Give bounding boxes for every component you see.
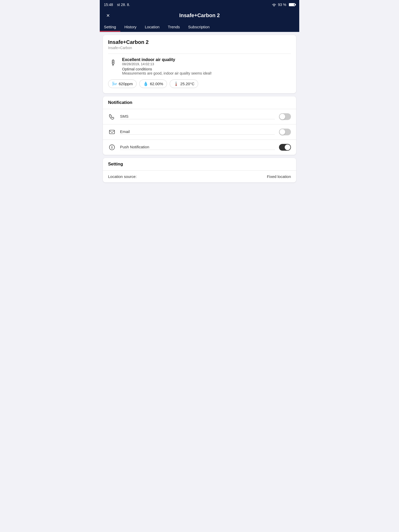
header-title: Insafe+Carbon 2 bbox=[179, 12, 220, 18]
push-notification-label: Push Notification bbox=[120, 145, 275, 150]
co2-icon: 🌬️ bbox=[112, 81, 117, 86]
status-time-date: 15:48 st 28. 8. bbox=[104, 3, 130, 7]
push-toggle[interactable] bbox=[279, 144, 291, 151]
email-toggle[interactable] bbox=[279, 129, 291, 135]
status-time: 15:48 bbox=[104, 3, 113, 7]
humidity-value: 62.00% bbox=[150, 82, 163, 86]
tab-setting[interactable]: Setting bbox=[100, 22, 120, 32]
email-icon bbox=[108, 128, 116, 136]
notification-list: SMS Email bbox=[103, 109, 296, 155]
tab-history[interactable]: History bbox=[120, 22, 141, 32]
status-condition: Optimal conditions bbox=[122, 67, 212, 71]
temperature-value: 25.20°C bbox=[180, 82, 194, 86]
status-description: Measurements are good, indoor air qualit… bbox=[122, 71, 212, 75]
signal-icon bbox=[272, 3, 276, 6]
status-row: Excellent indoor air quality 08/28/2019,… bbox=[108, 57, 291, 75]
temperature-icon: 🌡️ bbox=[174, 81, 179, 86]
tab-trends[interactable]: Trends bbox=[164, 22, 184, 32]
sms-toggle[interactable] bbox=[279, 113, 291, 120]
metric-temperature: 🌡️ 25.20°C bbox=[170, 79, 198, 88]
metric-co2: 🌬️ 620ppm bbox=[108, 79, 137, 88]
svg-rect-3 bbox=[109, 130, 115, 134]
push-notification-item: Push Notification bbox=[103, 140, 296, 155]
setting-header: Setting bbox=[103, 158, 296, 171]
close-button[interactable]: × bbox=[104, 11, 112, 20]
status-title: Excellent indoor air quality bbox=[122, 57, 212, 62]
co2-value: 620ppm bbox=[119, 82, 133, 86]
status-bar: 15:48 st 28. 8. 93 % bbox=[100, 0, 299, 9]
phone-icon bbox=[108, 113, 116, 121]
sms-notification-item: SMS bbox=[103, 109, 296, 124]
battery-percent: 93 % bbox=[278, 3, 286, 7]
location-source-row: Location source: Fixed location bbox=[103, 171, 296, 182]
metric-humidity: 💧 62.00% bbox=[139, 79, 167, 88]
notification-card: Notification SMS bbox=[103, 96, 296, 155]
sms-label: SMS bbox=[120, 114, 275, 119]
status-time-stamp: 08/28/2019, 14:02:13 bbox=[122, 62, 212, 66]
device-model: Insafe+Carbon bbox=[108, 46, 291, 50]
email-notification-item: Email bbox=[103, 124, 296, 140]
content-area: Insafe+Carbon 2 Insafe+Carbon Excellent … bbox=[100, 32, 299, 185]
status-right: 93 % bbox=[272, 3, 295, 7]
status-info: Excellent indoor air quality 08/28/2019,… bbox=[122, 57, 212, 75]
svg-point-6 bbox=[112, 146, 112, 146]
location-source-value: Fixed location bbox=[267, 174, 291, 179]
info-icon bbox=[108, 143, 116, 151]
device-info-card: Insafe+Carbon 2 Insafe+Carbon Excellent … bbox=[103, 35, 296, 93]
location-source-label: Location source: bbox=[108, 174, 137, 179]
tab-bar: Setting History Location Trends Subscrip… bbox=[100, 22, 299, 32]
divider bbox=[108, 54, 291, 54]
metrics-row: 🌬️ 620ppm 💧 62.00% 🌡️ 25.20°C bbox=[108, 79, 291, 88]
setting-card: Setting Location source: Fixed location bbox=[103, 158, 296, 182]
email-label: Email bbox=[120, 129, 275, 135]
humidity-icon: 💧 bbox=[143, 81, 148, 86]
tab-subscription[interactable]: Subscription bbox=[184, 22, 214, 32]
battery-icon bbox=[289, 3, 295, 6]
tab-location[interactable]: Location bbox=[141, 22, 164, 32]
app-header: × Insafe+Carbon 2 bbox=[100, 9, 299, 22]
air-quality-icon bbox=[108, 58, 118, 68]
svg-point-0 bbox=[274, 6, 275, 6]
device-name: Insafe+Carbon 2 bbox=[108, 39, 291, 45]
notification-header: Notification bbox=[103, 96, 296, 109]
status-date: st 28. 8. bbox=[117, 3, 130, 7]
